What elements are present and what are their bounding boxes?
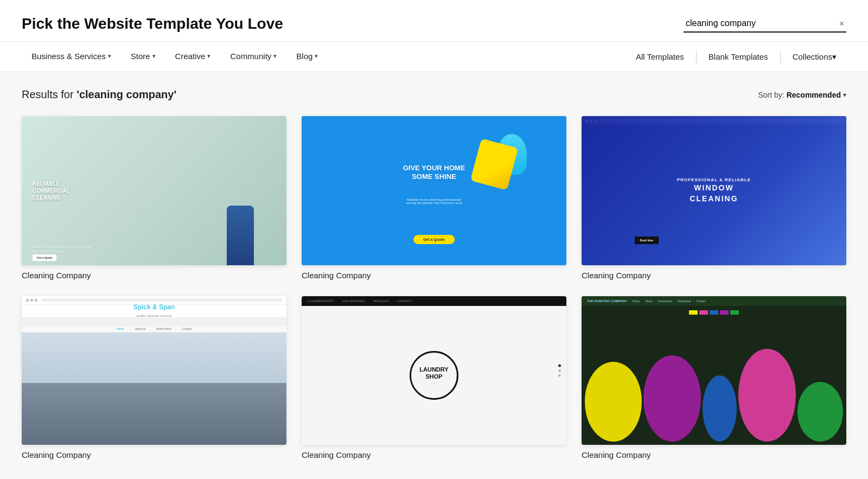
- nav-link: LLAUNDRYSHOP®: [307, 299, 334, 303]
- nav-item-all-templates[interactable]: All Templates: [626, 42, 694, 72]
- sort-by-label: Sort by:: [758, 91, 784, 99]
- figure: [227, 206, 254, 265]
- nav-link: Contact: [697, 299, 706, 303]
- nav-label-collections: Collections: [793, 52, 832, 61]
- dot: [558, 374, 561, 376]
- chevron-down-icon: ▾: [108, 53, 111, 60]
- dot: [558, 364, 561, 367]
- results-query: 'cleaning company': [76, 88, 176, 100]
- thumb-headline: RELIABLECOMMERCIALCLEANING: [33, 180, 70, 201]
- chevron-down-icon: ▾: [273, 53, 277, 60]
- nav-link: Commercial: [658, 299, 672, 303]
- address-bar: [41, 298, 282, 302]
- browser-bar: LLAUNDRYSHOP® OUR SERVICES PRICELIST CON…: [302, 296, 566, 306]
- nav-label-store: Store: [131, 52, 150, 61]
- template-card[interactable]: Book Now GIVE YOUR HOMESOME SHINE Reliab…: [302, 116, 566, 280]
- main-content: Results for 'cleaning company' Sort by: …: [0, 72, 868, 479]
- template-label: Cleaning Company: [22, 450, 286, 459]
- template-card[interactable]: PROFESSIONAL & RELIABLEWINDOWCLEANING Bo…: [582, 116, 846, 280]
- nav-left: Business & Services ▾ Store ▾ Creative ▾…: [22, 42, 626, 72]
- search-clear-button[interactable]: ×: [839, 19, 844, 29]
- templates-grid: RELIABLECOMMERCIALCLEANING Create a clea…: [22, 116, 846, 459]
- results-header: Results for 'cleaning company' Sort by: …: [22, 88, 846, 101]
- chevron-down-icon: ▾: [843, 91, 846, 99]
- sort-by[interactable]: Sort by: Recommended ▾: [758, 91, 846, 99]
- chip: [720, 310, 729, 315]
- template-card[interactable]: LLAUNDRYSHOP® OUR SERVICES PRICELIST CON…: [302, 296, 566, 460]
- nav-label-creative: Creative: [175, 52, 206, 61]
- logo-bar: THE PAINTING COMPANY: [587, 299, 627, 303]
- template-thumbnail: Spick & Spanquality cleaning services Ho…: [22, 296, 286, 445]
- kitchen: [22, 383, 286, 445]
- nav-bar: Spick & Spanquality cleaning services: [22, 305, 286, 318]
- nav-link: Book Online: [157, 327, 171, 330]
- search-input[interactable]: [684, 15, 846, 33]
- page-title: Pick the Website Template You Love: [22, 15, 283, 33]
- nav-item-blog[interactable]: Blog ▾: [286, 42, 328, 72]
- nav-label-business-services: Business & Services: [31, 52, 106, 61]
- template-thumbnail: LLAUNDRYSHOP® OUR SERVICES PRICELIST CON…: [302, 296, 566, 445]
- template-label: Cleaning Company: [582, 271, 846, 280]
- logo-text: LAUNDRYSHOP: [419, 366, 448, 380]
- template-label: Cleaning Company: [302, 271, 566, 280]
- template-card[interactable]: Spick & Spanquality cleaning services Ho…: [22, 296, 286, 460]
- nav-divider: [696, 50, 697, 63]
- hero: LAUNDRYSHOP ○ ○ ○: [302, 306, 566, 445]
- chip: [699, 310, 708, 315]
- nav-item-community[interactable]: Community ▾: [220, 42, 286, 72]
- template-thumbnail: PROFESSIONAL & RELIABLEWINDOWCLEANING Bo…: [582, 116, 846, 265]
- nav-right: All Templates Blank Templates Collection…: [626, 42, 846, 72]
- nav-link: CONTACT: [398, 299, 412, 303]
- thumb-cta: Get a Quote: [33, 254, 56, 261]
- logo: Spick & Spanquality cleaning services: [133, 303, 175, 318]
- dot: [35, 299, 37, 302]
- hero: [582, 306, 846, 445]
- nav-link: PRICELIST: [373, 299, 388, 303]
- nav-item-business-services[interactable]: Business & Services ▾: [22, 42, 121, 72]
- page-header: Pick the Website Template You Love ×: [0, 0, 868, 42]
- main-nav: Business & Services ▾ Store ▾ Creative ▾…: [0, 42, 868, 72]
- logo-sub: ○ ○ ○: [431, 381, 437, 385]
- nav-item-collections[interactable]: Collections ▾: [783, 42, 846, 72]
- dot: [26, 299, 29, 302]
- template-thumbnail: THE PAINTING COMPANY Home About Commerci…: [582, 296, 846, 445]
- thumb-headline: PROFESSIONAL & RELIABLEWINDOWCLEANING: [677, 177, 751, 204]
- thumb-cta: Book Now: [635, 237, 659, 244]
- chip: [689, 310, 698, 315]
- nav-link: OUR SERVICES: [342, 299, 365, 303]
- nav-links: Home About us Book Online Contact: [22, 326, 286, 333]
- thumb-headline: GIVE YOUR HOMESOME SHINE: [403, 164, 465, 181]
- template-label: Cleaning Company: [22, 271, 286, 280]
- browser-bar: THE PAINTING COMPANY Home About Commerci…: [582, 296, 846, 306]
- search-wrapper: ×: [684, 15, 846, 33]
- template-thumbnail: RELIABLECOMMERCIALCLEANING Create a clea…: [22, 116, 286, 265]
- dot: [30, 299, 33, 302]
- chevron-down-icon: ▾: [832, 52, 837, 62]
- thumb-subtext: Create a clean, healthy work environment…: [33, 245, 93, 254]
- chevron-down-icon: ▾: [207, 53, 210, 60]
- template-label: Cleaning Company: [302, 450, 566, 459]
- nav-item-creative[interactable]: Creative ▾: [165, 42, 221, 72]
- hero-image: [22, 333, 286, 445]
- overlay: [582, 306, 846, 445]
- laundry-logo: LAUNDRYSHOP ○ ○ ○: [410, 351, 458, 400]
- dots: [558, 364, 561, 376]
- nav-label-blog: Blog: [296, 52, 312, 61]
- chevron-down-icon: ▾: [152, 53, 156, 60]
- chip: [710, 310, 718, 315]
- template-thumbnail: Book Now GIVE YOUR HOMESOME SHINE Reliab…: [302, 116, 566, 265]
- sort-by-value: Recommended: [787, 91, 841, 99]
- nav-link: Home: [633, 299, 640, 303]
- nav-link: Residential: [678, 299, 691, 303]
- nav-item-store[interactable]: Store ▾: [121, 42, 165, 72]
- nav-divider: [780, 50, 781, 63]
- color-chips: [689, 310, 739, 315]
- template-label: Cleaning Company: [582, 450, 846, 459]
- nav-link: About: [645, 299, 652, 303]
- thumb-subtext: Reliable house cleaning professionalsser…: [406, 198, 462, 205]
- template-card[interactable]: RELIABLECOMMERCIALCLEANING Create a clea…: [22, 116, 286, 280]
- template-card[interactable]: THE PAINTING COMPANY Home About Commerci…: [582, 296, 846, 460]
- nav-link: Home: [117, 327, 124, 330]
- results-title: Results for 'cleaning company': [22, 88, 176, 101]
- nav-item-blank-templates[interactable]: Blank Templates: [699, 42, 778, 72]
